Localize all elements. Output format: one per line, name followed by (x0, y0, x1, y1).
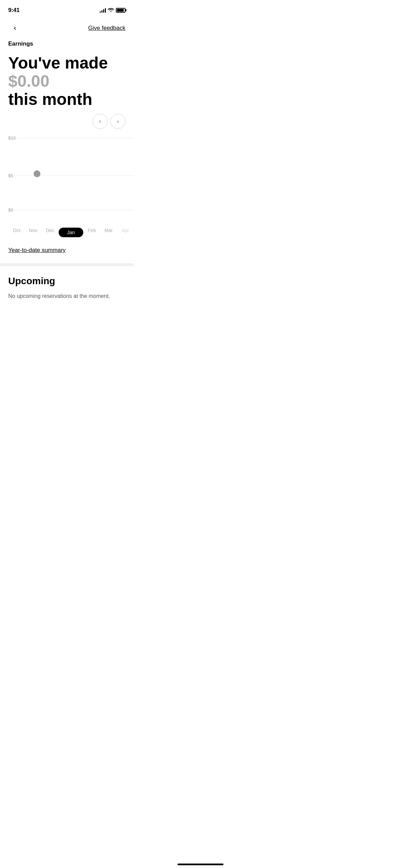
chart-x-axis: Oct Nov Dec Jan Feb Mar Apr (0, 224, 134, 237)
earnings-amount: $0.00 (8, 72, 49, 90)
page-title: Earnings (8, 40, 125, 47)
upcoming-title: Upcoming (8, 276, 125, 287)
section-divider (0, 263, 134, 266)
chart-container: $10 $5 $0 (8, 134, 125, 224)
chart-month-jan[interactable]: Jan (59, 228, 84, 237)
headline-bottom: this month (8, 90, 92, 108)
year-summary-link[interactable]: Year-to-date summary (8, 247, 66, 253)
chart-gridline-5: $5 (8, 176, 134, 176)
chart-month-apr[interactable]: Apr (117, 228, 134, 237)
chart-label-5: $5 (8, 173, 13, 178)
chart-label-0: $0 (8, 207, 13, 213)
chart-month-nov[interactable]: Nov (25, 228, 42, 237)
chart-next-button[interactable]: › (110, 114, 125, 129)
chart-month-mar[interactable]: Mar (100, 228, 117, 237)
signal-bars-icon (100, 8, 106, 13)
chart-month-oct[interactable]: Oct (8, 228, 25, 237)
battery-icon (116, 8, 125, 13)
headline-top: You've made (8, 54, 108, 72)
chart-gridline-0: $0 (8, 210, 134, 210)
status-icons (100, 8, 125, 13)
back-button[interactable]: ‹ (8, 21, 22, 35)
chart-month-dec[interactable]: Dec (42, 228, 59, 237)
earnings-headline: You've made $0.00 this month (8, 54, 125, 108)
give-feedback-link[interactable]: Give feedback (88, 25, 125, 32)
upcoming-section: Upcoming No upcoming reservations at the… (0, 266, 134, 300)
chart-gridline-10: $10 (8, 138, 134, 138)
year-summary-section: Year-to-date summary (8, 247, 125, 254)
status-time: 9:41 (8, 7, 20, 14)
chart-data-dot (34, 170, 40, 177)
status-bar: 9:41 (0, 0, 134, 19)
chart-section: ‹ › $10 $5 $0 Oct Nov Dec Jan (8, 114, 125, 237)
nav-bar: ‹ Give feedback (0, 19, 134, 40)
chart-month-feb[interactable]: Feb (83, 228, 100, 237)
upcoming-empty-message: No upcoming reservations at the moment. (8, 292, 125, 300)
chart-nav-buttons: ‹ › (8, 114, 125, 129)
chart-label-10: $10 (8, 135, 16, 141)
back-chevron-icon: ‹ (14, 24, 16, 33)
wifi-icon (108, 8, 114, 13)
page-content: Earnings You've made $0.00 this month ‹ … (0, 40, 134, 254)
chart-prev-button[interactable]: ‹ (93, 114, 108, 129)
